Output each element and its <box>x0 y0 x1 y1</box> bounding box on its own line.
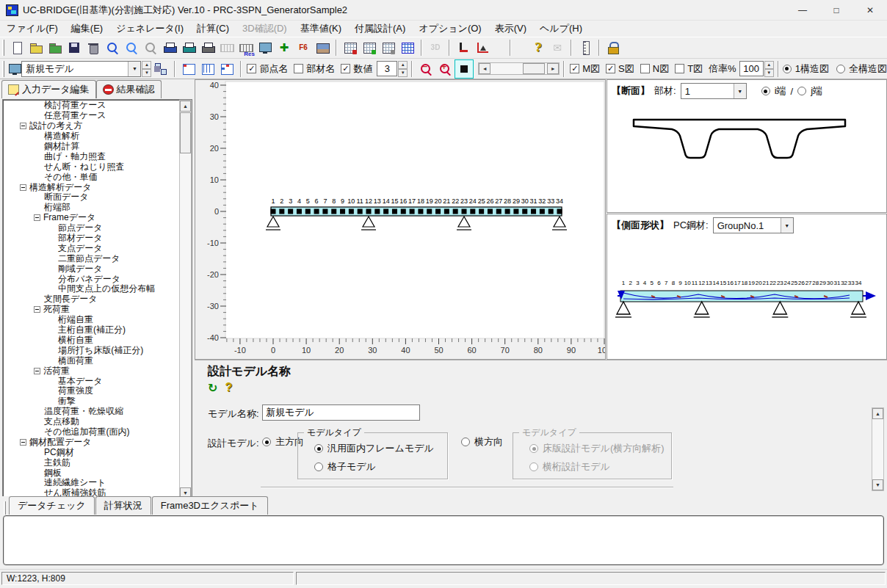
table-grid-button[interactable] <box>398 38 417 57</box>
scroll-up-arrow[interactable]: ▲ <box>180 101 191 112</box>
tree-expand-toggle[interactable] <box>34 306 40 313</box>
help-icon[interactable]: ? <box>225 381 232 395</box>
slab-model-radio[interactable]: 床版設計モデル(横方向解析) <box>529 442 665 455</box>
maximize-button[interactable]: □ <box>819 0 853 21</box>
tab-frame3d-export[interactable]: Frame3Dエクスポート <box>152 496 268 515</box>
menu-item[interactable]: オプション(O) <box>412 21 488 37</box>
display-settings-button[interactable] <box>256 38 275 57</box>
tree-item[interactable]: 構造解析データ <box>3 182 179 192</box>
tab-calc-status[interactable]: 計算状況 <box>95 496 151 515</box>
scale-spinner[interactable]: ▲▼ <box>764 61 774 77</box>
checkbox-M図[interactable]: M図 <box>570 62 600 76</box>
scroll-up-arrow[interactable]: ▲ <box>872 408 883 419</box>
grid-model-radio[interactable]: 格子モデル <box>314 460 376 473</box>
tree-item[interactable]: 構造解析 <box>3 131 179 142</box>
scroll-left-arrow[interactable]: ◄ <box>479 63 490 74</box>
tree-expand-toggle[interactable] <box>20 184 26 191</box>
zoom-out-button[interactable]: − <box>416 59 435 79</box>
layout-split-left-button[interactable] <box>179 59 198 79</box>
tree-expand-toggle[interactable] <box>20 439 26 446</box>
radio-1構造図[interactable]: 1構造図 <box>783 62 829 76</box>
checkbox-S図[interactable]: S図 <box>606 62 634 76</box>
print-screen-button[interactable] <box>198 38 217 57</box>
tree-item[interactable]: 橋面荷重 <box>3 355 179 366</box>
tree-item[interactable]: 温度荷重・乾燥収縮 <box>3 407 179 417</box>
result-diagram-button[interactable] <box>473 38 492 57</box>
close-button[interactable]: ✕ <box>853 0 887 21</box>
layout-split-mixed-button[interactable] <box>217 59 236 79</box>
scale-field[interactable]: 100 <box>739 61 764 76</box>
chevron-down-icon[interactable]: ▼ <box>734 84 746 98</box>
ruler-button[interactable] <box>576 38 595 57</box>
menu-item[interactable]: 付属設計(A) <box>348 21 412 37</box>
checkbox-数値[interactable]: 数値 <box>341 62 372 76</box>
model-spinner[interactable]: ▲▼ <box>142 61 151 77</box>
toolbar-grip[interactable] <box>4 501 6 515</box>
zoom-select-button[interactable] <box>103 38 122 57</box>
refresh-icon[interactable]: ↻ <box>208 381 217 395</box>
tab-result-check[interactable]: 結果確認 <box>96 80 162 98</box>
end-i-radio[interactable] <box>761 87 770 95</box>
scroll-down-arrow[interactable]: ▼ <box>872 479 883 490</box>
menu-item[interactable]: ファイル(F) <box>0 21 65 37</box>
tree-expand-toggle[interactable] <box>20 123 26 129</box>
checkbox-部材名[interactable]: 部材名 <box>294 62 335 76</box>
bridge-view-button[interactable] <box>217 38 236 57</box>
menu-item[interactable]: ヘルプ(H) <box>533 21 589 37</box>
section-diagram-button[interactable] <box>454 38 473 57</box>
frame-model-radio[interactable]: 汎用面内フレームモデル <box>314 442 434 455</box>
tree-expand-toggle[interactable] <box>34 214 40 221</box>
f6-window-button[interactable]: F6 <box>294 38 313 57</box>
digits-spinner[interactable]: ▲▼ <box>398 61 408 77</box>
table-edit-input-button[interactable] <box>341 38 360 57</box>
tree-item[interactable]: 荷重強度 <box>3 386 179 396</box>
table-view-button[interactable] <box>379 38 398 57</box>
minimize-button[interactable]: — <box>786 0 819 21</box>
print-input-button[interactable] <box>160 38 179 57</box>
chevron-down-icon[interactable]: ▼ <box>781 218 793 233</box>
digits-field[interactable]: 3 <box>377 61 397 76</box>
checkbox-T図[interactable]: T図 <box>675 62 703 76</box>
tree-scrollbar[interactable]: ▲ ▼ <box>179 100 192 499</box>
image-view-button[interactable] <box>313 38 332 57</box>
tree-item[interactable]: 鋼材配置データ <box>3 437 179 447</box>
tree-view-button[interactable] <box>151 59 170 79</box>
model-name-input[interactable] <box>262 404 420 421</box>
help-button[interactable]: ? <box>529 38 548 57</box>
zoom-in-button[interactable]: + <box>435 59 455 79</box>
scroll-thumb[interactable] <box>180 112 191 153</box>
menu-item[interactable]: 編集(E) <box>65 21 109 37</box>
layout-split-vertical-button[interactable] <box>198 59 217 79</box>
menu-item[interactable]: 基準値(K) <box>294 21 348 37</box>
new-file-button[interactable] <box>7 38 26 57</box>
crossbeam-model-radio[interactable]: 横桁設計モデル <box>529 460 610 473</box>
toolbar-grip[interactable] <box>2 40 4 56</box>
license-lock-button[interactable] <box>604 38 623 57</box>
mail-button[interactable]: ✉ <box>548 38 567 57</box>
side-direction-radio[interactable]: 横方向 <box>461 435 503 449</box>
tab-data-check[interactable]: データチェック <box>9 496 95 515</box>
menu-item[interactable]: 計算(C) <box>190 21 236 37</box>
tree-item[interactable]: 設計の考え方 <box>3 121 179 131</box>
full-extent-button[interactable] <box>455 59 474 79</box>
bridge-result-button[interactable]: Res <box>236 38 256 57</box>
tab-input-data-edit[interactable]: 入力データ編集 <box>1 80 96 98</box>
menu-item[interactable]: ジェネレータ(I) <box>109 21 190 37</box>
view-3d-button[interactable]: 3D <box>426 38 445 57</box>
checkbox-N図[interactable]: N図 <box>640 62 669 76</box>
form-scrollbar[interactable]: ▲ ▼ <box>872 407 884 491</box>
tree-item[interactable]: 支間長データ <box>3 294 179 305</box>
print-result-button[interactable] <box>179 38 198 57</box>
scroll-right-arrow[interactable]: ► <box>547 63 559 74</box>
open-model-button[interactable] <box>26 38 46 57</box>
end-j-radio[interactable] <box>797 87 806 95</box>
scroll-thumb[interactable] <box>523 63 545 74</box>
tree-item[interactable]: 主鉄筋 <box>3 457 179 468</box>
pc-group-combobox[interactable]: GroupNo.1 ▼ <box>713 217 794 233</box>
member-combobox[interactable]: 1 ▼ <box>681 83 747 99</box>
checkbox-節点名[interactable]: 節点名 <box>247 62 288 76</box>
delete-button[interactable] <box>84 38 103 57</box>
toolbar-grip[interactable] <box>2 61 4 77</box>
menu-item[interactable]: 3D確認(D) <box>236 21 294 37</box>
save-button[interactable] <box>65 38 84 57</box>
